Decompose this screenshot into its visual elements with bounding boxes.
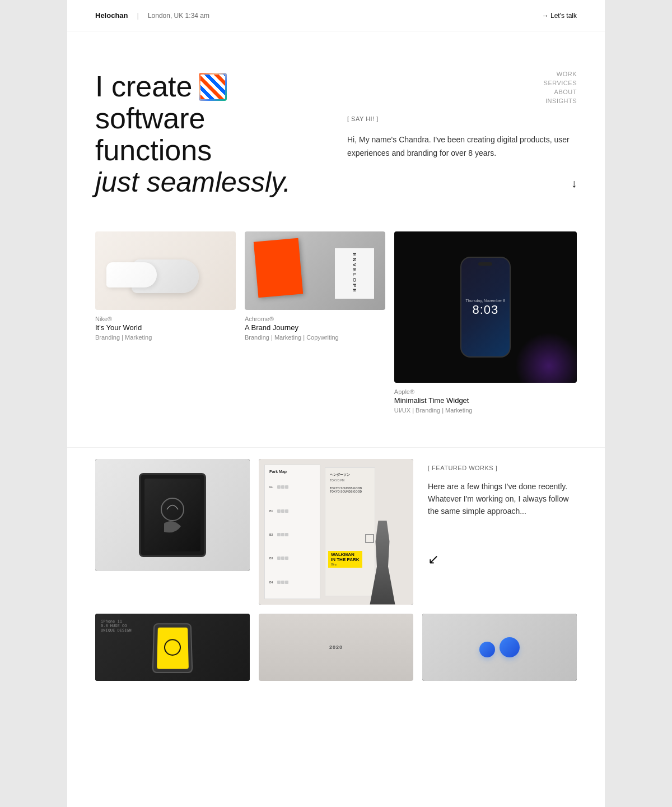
featured-thumb-cylinders[interactable] bbox=[422, 614, 577, 681]
tablet-art bbox=[153, 490, 192, 540]
cylinder-1 bbox=[479, 642, 495, 657]
work-item-achrome[interactable]: Achrome® A Brand Journey Branding | Mark… bbox=[245, 231, 385, 341]
phone-circle bbox=[164, 639, 181, 656]
featured-description: Here are a few things I've done recently… bbox=[428, 480, 571, 518]
cylinder-2 bbox=[500, 637, 520, 657]
featured-thumb-map[interactable]: Park Map GL B1 B2 B3 B4 ヘンダーソン TOKYO FM bbox=[259, 459, 413, 605]
thumb-tablet bbox=[95, 459, 250, 571]
hero-bio: Hi, My name's Chandra. I've been creatin… bbox=[347, 133, 577, 160]
work-item-nike[interactable]: Nike® It's Your World Branding | Marketi… bbox=[95, 231, 236, 341]
work-tags-achrome: Branding | Marketing | Copywriting bbox=[245, 334, 385, 341]
svg-point-0 bbox=[161, 498, 184, 521]
iphone-mockup: Thursday, November 8 8:03 bbox=[460, 257, 511, 358]
work-tags-apple: UI/UX | Branding | Marketing bbox=[394, 407, 577, 414]
work-thumb-nike bbox=[95, 231, 236, 310]
map-poster: Park Map GL B1 B2 B3 B4 bbox=[264, 465, 320, 599]
work-tags-nike: Branding | Marketing bbox=[95, 334, 236, 341]
iphone-date: Thursday, November 8 bbox=[466, 299, 506, 303]
featured-label: [ FEATURED WORKS ] bbox=[428, 465, 571, 471]
featured-section: Park Map GL B1 B2 B3 B4 ヘンダーソン TOKYO FM bbox=[67, 447, 605, 703]
scroll-arrow[interactable]: ↓ bbox=[347, 177, 577, 190]
works-section: Nike® It's Your World Branding | Marketi… bbox=[67, 226, 605, 447]
sticker-graphic bbox=[199, 73, 227, 101]
hero-title-line2-text: software functions bbox=[95, 103, 325, 166]
map-poster-title: Park Map bbox=[269, 470, 315, 474]
works-grid: Nike® It's Your World Branding | Marketi… bbox=[95, 231, 577, 414]
hero-section: I create software functions just seamles… bbox=[67, 31, 605, 226]
work-thumb-achrome bbox=[245, 231, 385, 310]
iphone-time: 8:03 bbox=[472, 303, 498, 317]
hero-title-line1-text: I create bbox=[95, 71, 192, 103]
map-pin bbox=[365, 534, 374, 543]
work-brand-apple: Apple® bbox=[394, 388, 577, 395]
thumb-grey-box bbox=[422, 614, 577, 681]
phone-on-surface bbox=[152, 623, 193, 673]
work-title-apple: Minimalist Time Widget bbox=[394, 396, 577, 405]
thumb-map: Park Map GL B1 B2 B3 B4 ヘンダーソン TOKYO FM bbox=[259, 459, 413, 605]
work-title-achrome: A Brand Journey bbox=[245, 323, 385, 332]
header-left: Helochan | London, UK 1:34 am bbox=[95, 11, 209, 20]
header-divider: | bbox=[137, 11, 139, 20]
hero-right: WORK SERVICES ABOUT INSIGHTS [ SAY HI! ]… bbox=[347, 65, 577, 203]
site-logo[interactable]: Helochan bbox=[95, 11, 128, 20]
work-item-apple[interactable]: Thursday, November 8 8:03 Apple® Minimal… bbox=[394, 231, 577, 414]
phone-screen-yellow bbox=[157, 627, 189, 669]
featured-thumb-map-bottom[interactable]: 2020 bbox=[259, 614, 413, 681]
thumb-phone-bottom: iPhone 11 0.0 HUGE OO UNIQUE DESIGN bbox=[95, 614, 250, 681]
featured-right: [ FEATURED WORKS ] Here are a few things… bbox=[422, 459, 577, 573]
nav-right: WORK SERVICES ABOUT INSIGHTS bbox=[347, 71, 577, 104]
featured-grid: Park Map GL B1 B2 B3 B4 ヘンダーソン TOKYO FM bbox=[95, 459, 577, 605]
tablet-screen bbox=[144, 479, 200, 551]
hero-title: I create software functions just seamles… bbox=[95, 71, 325, 198]
header-location: London, UK 1:34 am bbox=[148, 12, 209, 20]
featured-arrow-icon[interactable]: ↙ bbox=[428, 551, 571, 567]
work-thumb-apple: Thursday, November 8 8:03 bbox=[394, 231, 577, 383]
work-brand-achrome: Achrome® bbox=[245, 316, 385, 322]
hero-section-label: [ SAY HI! ] bbox=[347, 115, 577, 122]
shoe-accent bbox=[123, 268, 151, 279]
nav-services[interactable]: SERVICES bbox=[347, 80, 577, 86]
nav-about[interactable]: ABOUT bbox=[347, 89, 577, 95]
iphone-glow bbox=[515, 332, 577, 383]
work-brand-nike: Nike® bbox=[95, 316, 236, 322]
hero-left: I create software functions just seamles… bbox=[95, 65, 325, 203]
lets-talk-link[interactable]: → Let's talk bbox=[542, 12, 577, 20]
blue-cylinders bbox=[479, 637, 520, 657]
hero-title-line3-text: just seamlessly. bbox=[95, 167, 325, 198]
nav-work[interactable]: WORK bbox=[347, 71, 577, 77]
work-title-nike: It's Your World bbox=[95, 323, 236, 332]
featured-thumb-phone-bottom[interactable]: iPhone 11 0.0 HUGE OO UNIQUE DESIGN bbox=[95, 614, 250, 681]
featured-thumb-tablet[interactable] bbox=[95, 459, 250, 571]
nav-insights[interactable]: INSIGHTS bbox=[347, 98, 577, 104]
map-grid: GL B1 B2 B3 B4 bbox=[269, 476, 315, 594]
featured-bottom-row: iPhone 11 0.0 HUGE OO UNIQUE DESIGN 2020 bbox=[95, 614, 577, 681]
header: Helochan | London, UK 1:34 am → Let's ta… bbox=[67, 0, 605, 31]
tablet-device bbox=[139, 473, 206, 557]
